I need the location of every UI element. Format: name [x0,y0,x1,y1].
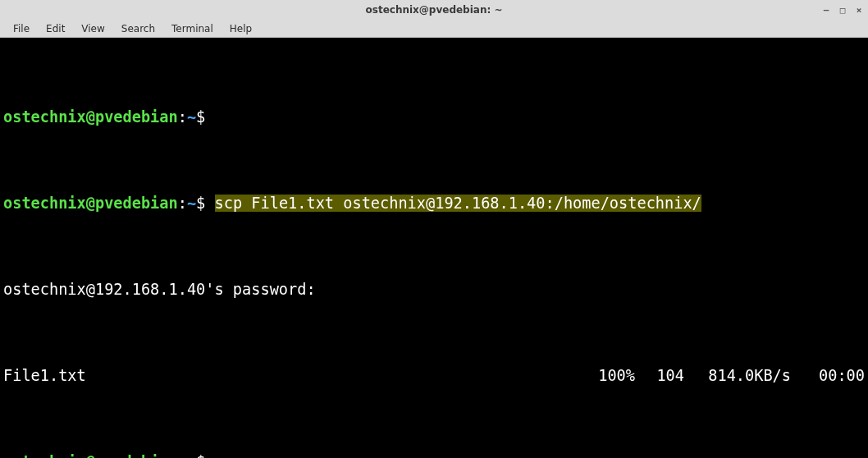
prompt-line: ostechnix@pvedebian:~$ [3,453,865,458]
menu-file[interactable]: File [5,21,38,36]
window-title: ostechnix@pvedebian: ~ [366,4,503,16]
prompt-path: ~ [187,195,196,212]
prompt-user-host: ostechnix@pvedebian [3,195,178,212]
output-line: ostechnix@192.168.1.40's password: [3,281,865,298]
scp-eta: 00:00 [791,367,865,384]
menu-edit[interactable]: Edit [38,21,73,36]
menu-view[interactable]: View [73,21,112,36]
prompt-user-host: ostechnix@pvedebian [3,108,178,126]
menu-terminal[interactable]: Terminal [163,21,222,36]
menu-search[interactable]: Search [113,21,163,36]
window-title-bar: ostechnix@pvedebian: ~ – □ × [0,0,868,20]
prompt-sep: : [178,108,187,126]
prompt-symbol: $ [196,108,205,126]
scp-percent: 100% [586,367,635,384]
scp-bytes: 104 [635,367,684,384]
prompt-path: ~ [187,108,196,126]
minimize-button[interactable]: – [822,6,830,14]
scp-filename: File1.txt [3,367,86,384]
prompt-sep: : [178,195,187,212]
command-text: scp File1.txt ostechnix@192.168.1.40:/ho… [215,195,701,212]
prompt-line: ostechnix@pvedebian:~$ [3,108,865,126]
maximize-button[interactable]: □ [838,6,847,14]
terminal-viewport[interactable]: ostechnix@pvedebian:~$ ostechnix@pvedebi… [0,38,868,458]
command-line: ostechnix@pvedebian:~$ scp File1.txt ost… [3,195,865,212]
scp-rate: 814.0KB/s [684,367,791,384]
menu-help[interactable]: Help [222,21,260,36]
scp-progress-line: File1.txt100%104814.0KB/s00:00 [3,367,865,384]
window-controls: – □ × [822,0,863,20]
close-button[interactable]: × [855,6,863,14]
menu-bar: File Edit View Search Terminal Help [0,20,868,38]
prompt-symbol: $ [196,195,205,212]
